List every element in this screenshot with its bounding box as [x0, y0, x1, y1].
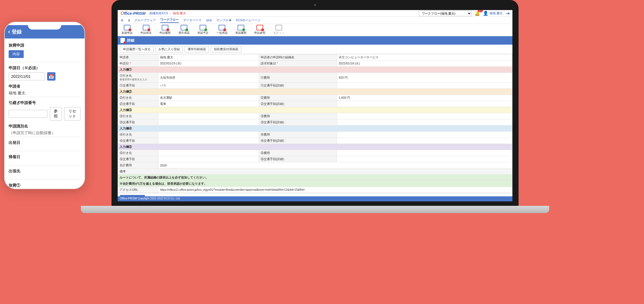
laptop-frame: OOffice-PRISMffice-PRISM 組織別名KCS › 福地 慶太… [112, 0, 519, 206]
laptop-screen: OOffice-PRISMffice-PRISM 組織別名KCS › 福地 慶太… [118, 10, 512, 201]
ident-placeholder: （申請完了時に自動採番） [9, 131, 81, 136]
label-depart: 出発日 [9, 140, 81, 145]
tab-content[interactable]: 内容 [9, 50, 24, 58]
username: 福地 慶太 [490, 11, 503, 15]
actionbar: 申請履歴一覧へ戻る お気に入り登録 通常印刷画面 領収書添付用画面 [118, 45, 512, 54]
close-icon[interactable]: ✕ [120, 18, 124, 23]
phone-frame: ‹ 登録 旅費申請 内容 申請日（※必須） 📅 申請者 福地 慶太 引継ぎ申請番… [4, 22, 85, 189]
document-icon [120, 38, 125, 43]
form-title: 旅費申請 [9, 43, 81, 48]
ibtn-approve-sched[interactable]: 承認予定 [197, 25, 209, 35]
ibtn-approve[interactable]: 通常承認 [178, 25, 190, 35]
label-return: 帰着日 [9, 155, 81, 160]
user-area[interactable]: 👤 福地 慶太 [483, 11, 503, 16]
label-ident-name: 申請識別名 [9, 124, 81, 129]
crumb-user[interactable]: 福地 慶太 [173, 11, 186, 15]
ibtn-status[interactable]: 申請状況 [141, 25, 152, 35]
ibtn-new[interactable]: 新規申請 [122, 25, 133, 35]
label-applicant: 申請者 [9, 84, 81, 89]
menubar: ✕ ▮ グループウェア ワークフロー データベース SFA サンプル★ KCSホ… [118, 17, 512, 24]
btn-receipt[interactable]: 領収書添付用画面 [211, 46, 241, 52]
bell-badge: 17 [478, 10, 483, 12]
back-chevron-icon[interactable]: ‹ [8, 28, 10, 35]
menu-kcs-homepage[interactable]: KCSホームページ [236, 18, 261, 22]
laptop-base [81, 206, 549, 213]
workflow-select[interactable]: ワークフロー(福地 慶太) [419, 11, 472, 16]
menu-database[interactable]: データベース [183, 18, 202, 22]
pin-icon[interactable]: ▮ [128, 18, 130, 22]
btn-print[interactable]: 通常印刷画面 [185, 46, 209, 52]
apply-date-input[interactable] [9, 73, 45, 80]
phone-header-title: 登録 [12, 28, 22, 35]
titlebar: 詳細 [118, 36, 512, 45]
ibtn-history[interactable]: 申請履歴 [159, 25, 171, 35]
menu-sfa[interactable]: SFA [206, 19, 212, 22]
menu-groupware[interactable]: グループウェア [134, 18, 156, 22]
logo[interactable]: OOffice-PRISMffice-PRISM [120, 11, 146, 16]
page-title: 詳細 [127, 38, 134, 43]
menu-workflow[interactable]: ワークフロー [160, 18, 179, 23]
iconbar: 新規申請 申請状況 申請履歴 通常承認 承認予定 一括承認 承認履歴 申請参照 … [118, 24, 512, 36]
ibtn-refer[interactable]: 申請参照 [254, 25, 265, 35]
label-takeover-no: 引継ぎ申請番号 [9, 100, 81, 105]
btn-back-list[interactable]: 申請履歴一覧へ戻る [120, 46, 154, 52]
ibtn-unread[interactable]: 未読コメ [273, 25, 284, 35]
btn-reference[interactable]: 参照 [50, 107, 62, 120]
ibtn-approve-hist[interactable]: 承認履歴 [235, 25, 246, 35]
camera-icon [314, 4, 316, 6]
logout-icon[interactable]: ⇥ [505, 10, 510, 16]
calendar-icon[interactable]: 📅 [47, 72, 55, 81]
menu-sample[interactable]: サンプル★ [216, 18, 232, 22]
breadcrumb: 組織別名KCS › 福地 慶太 [149, 11, 186, 15]
ibtn-bulk-approve[interactable]: 一括承認 [216, 25, 227, 35]
footer: Office-PRISM Copylight 2003-2022 KCS Co.… [118, 196, 512, 201]
phone-notch [28, 22, 61, 30]
btn-favorite[interactable]: お気に入り登録 [155, 46, 183, 52]
topbar: OOffice-PRISMffice-PRISM 組織別名KCS › 福地 慶太… [118, 10, 512, 17]
label-destination: 出張先 [9, 169, 81, 174]
label-apply-date: 申請日（※必須） [9, 66, 81, 71]
label-fee1: 旅費① [9, 183, 81, 188]
detail-table: 申請者福地 慶太 申請者の申請時の組織名共立コンピューターサービス 申請日202… [118, 54, 512, 193]
bell-icon[interactable]: 🔔17 [474, 11, 480, 16]
crumb-org[interactable]: 組織別名KCS [149, 11, 168, 15]
user-icon: 👤 [483, 11, 488, 16]
phone-body: 旅費申請 内容 申請日（※必須） 📅 申請者 福地 慶太 引継ぎ申請番号 参照 … [5, 38, 84, 189]
applicant-value: 福地 慶太 [9, 91, 81, 96]
btn-reset[interactable]: リセット [64, 107, 81, 120]
takeover-no-input[interactable] [9, 110, 48, 118]
